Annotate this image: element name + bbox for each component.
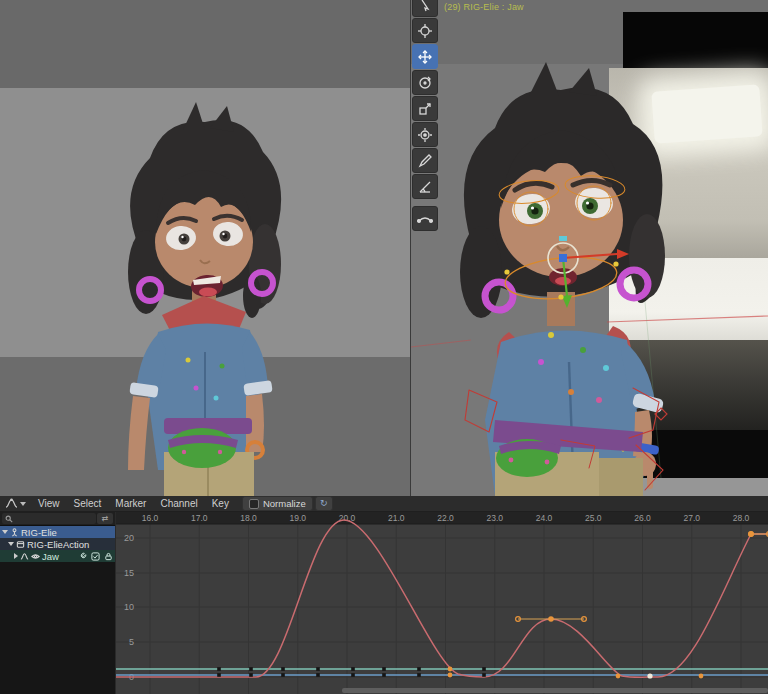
filter-button[interactable]: ⇄ xyxy=(97,513,113,524)
normalize-toggle[interactable]: Normalize xyxy=(242,496,313,511)
keyframe[interactable] xyxy=(482,673,486,677)
menu-channel[interactable]: Channel xyxy=(153,496,204,512)
keyframe-selected[interactable] xyxy=(748,531,754,537)
graph-editor-icon xyxy=(5,498,18,509)
armature-icon xyxy=(10,528,19,537)
menu-select[interactable]: Select xyxy=(67,496,109,512)
menu-marker[interactable]: Marker xyxy=(108,496,153,512)
channel-row-rig-elie[interactable]: RIG-Elie xyxy=(0,526,115,538)
tweak-tool-button[interactable] xyxy=(412,0,438,17)
channel-search-row: ⇄ xyxy=(0,512,115,526)
fcurve-plot-area[interactable]: 16.017.018.019.020.021.022.023.024.025.0… xyxy=(115,512,768,694)
ruler-label: 27.0 xyxy=(683,513,700,523)
keyframe-selected[interactable] xyxy=(699,674,704,679)
ruler-label: 20.0 xyxy=(339,513,356,523)
keyframe[interactable] xyxy=(316,673,320,677)
channel-label: RIG-Elie xyxy=(21,527,57,538)
active-object-label: (29) RIG-Elie : Jaw xyxy=(444,2,524,12)
ruler-label: 24.0 xyxy=(536,513,553,523)
viewport-perspective[interactable]: (29) RIG-Elie : Jaw xyxy=(411,0,768,496)
rotate-tool-button[interactable] xyxy=(412,70,438,95)
move-icon xyxy=(417,49,433,65)
keyframe[interactable] xyxy=(417,673,421,677)
normalize-label: Normalize xyxy=(263,498,306,509)
transform-icon xyxy=(417,127,433,143)
value-axis-label: 15 xyxy=(124,568,134,578)
expand-icon[interactable] xyxy=(14,553,18,559)
ruler-label: 28.0 xyxy=(733,513,750,523)
viewport-toolbar xyxy=(412,0,439,231)
value-axis-label: 20 xyxy=(124,533,134,543)
value-axis-label: 5 xyxy=(129,637,134,647)
menu-bar: ViewSelectMarkerChannelKey xyxy=(31,496,236,511)
chevron-down-icon xyxy=(20,502,26,506)
search-input[interactable] xyxy=(2,513,96,524)
lock-icon[interactable] xyxy=(104,552,113,561)
refresh-icon: ↻ xyxy=(320,499,328,508)
checkbox-icon xyxy=(249,499,259,509)
keyframe-selected[interactable] xyxy=(548,616,554,622)
expand-icon[interactable] xyxy=(8,542,14,546)
normalize-refresh-button[interactable]: ↻ xyxy=(315,496,333,511)
keyframe[interactable] xyxy=(351,667,355,671)
keyframe[interactable] xyxy=(281,667,285,671)
keyframe[interactable] xyxy=(249,667,253,671)
channel-row-action[interactable]: RIG-ElieAction xyxy=(0,538,115,550)
scale-tool-button[interactable] xyxy=(412,96,438,121)
character-perspective-view xyxy=(411,0,768,496)
keyframe-selected[interactable] xyxy=(616,674,621,679)
keyframe[interactable] xyxy=(417,667,421,671)
ruler-label: 17.0 xyxy=(191,513,208,523)
keyframe-selected[interactable] xyxy=(448,673,453,678)
plot-background xyxy=(116,512,768,694)
ruler-label: 18.0 xyxy=(240,513,257,523)
search-icon xyxy=(5,515,13,523)
transform-tool-button[interactable] xyxy=(412,122,438,147)
mute-checkbox-icon[interactable] xyxy=(91,552,100,561)
keyframe[interactable] xyxy=(316,667,320,671)
wrench-icon[interactable] xyxy=(78,552,87,561)
channel-panel: ⇄ RIG-Elie RIG-ElieAction xyxy=(0,512,115,694)
cursor3d-tool-button[interactable] xyxy=(412,18,438,43)
measure-icon xyxy=(417,179,433,195)
blender-window: (29) RIG-Elie : Jaw ViewSelectMarkerChan… xyxy=(0,0,768,694)
annotate-tool-button[interactable] xyxy=(412,148,438,173)
expand-icon[interactable] xyxy=(2,530,8,534)
viewport-camera[interactable] xyxy=(0,0,411,496)
keyframe[interactable] xyxy=(482,667,486,671)
scale-icon xyxy=(417,101,433,117)
keyframe-selected[interactable] xyxy=(448,667,453,672)
ruler-label: 16.0 xyxy=(142,513,159,523)
relax-icon xyxy=(417,211,433,227)
filter-icon: ⇄ xyxy=(102,514,109,523)
ruler-label: 23.0 xyxy=(486,513,503,523)
keyframe[interactable] xyxy=(382,667,386,671)
annotate-icon xyxy=(417,153,433,169)
menu-key[interactable]: Key xyxy=(205,496,236,512)
horizontal-scrollbar[interactable] xyxy=(342,688,768,693)
channel-row-jaw[interactable]: Jaw xyxy=(0,550,115,562)
measure-tool-button[interactable] xyxy=(412,174,438,199)
keyframe[interactable] xyxy=(281,673,285,677)
menu-view[interactable]: View xyxy=(31,496,67,512)
ruler-label: 25.0 xyxy=(585,513,602,523)
character-front-view xyxy=(0,0,410,496)
channel-label: RIG-ElieAction xyxy=(27,539,89,550)
ruler-label: 21.0 xyxy=(388,513,405,523)
move-tool-button[interactable] xyxy=(412,44,438,69)
ruler-label: 19.0 xyxy=(289,513,306,523)
action-icon xyxy=(16,540,25,549)
fcurve-icon xyxy=(20,552,29,561)
rotate-icon xyxy=(417,75,433,91)
keyframe[interactable] xyxy=(382,673,386,677)
ruler-label: 22.0 xyxy=(437,513,454,523)
ruler-label: 26.0 xyxy=(634,513,651,523)
relax-tool-button[interactable] xyxy=(412,206,438,231)
keyframe[interactable] xyxy=(217,673,221,677)
keyframe-active[interactable] xyxy=(647,673,652,678)
cursor3d-icon xyxy=(417,23,433,39)
editor-type-button[interactable] xyxy=(0,496,31,511)
keyframe[interactable] xyxy=(217,667,221,671)
keyframe[interactable] xyxy=(351,673,355,677)
keyframe[interactable] xyxy=(249,673,253,677)
